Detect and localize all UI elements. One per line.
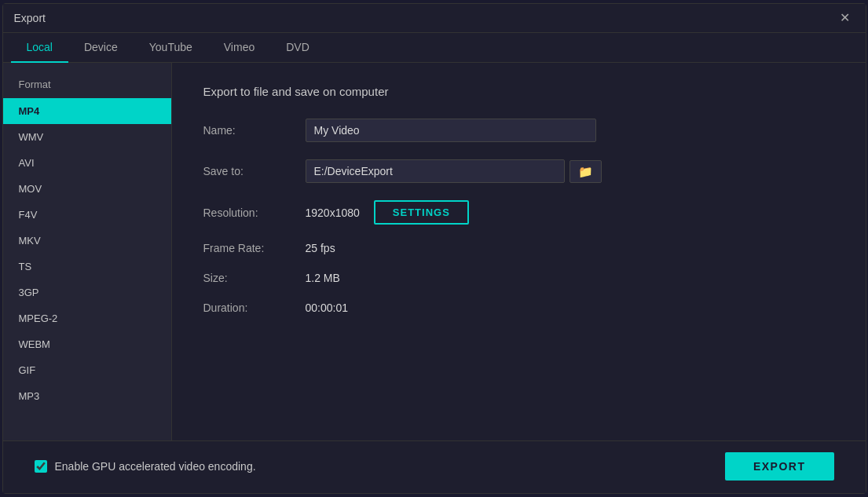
browse-folder-button[interactable]: 📁 [570, 160, 602, 183]
settings-button[interactable]: SETTINGS [374, 200, 469, 225]
sidebar-item-avi[interactable]: AVI [3, 150, 171, 176]
save-to-row: Save to: 📁 [203, 159, 834, 183]
gpu-checkbox[interactable] [35, 460, 47, 473]
size-row: Size: 1.2 MB [203, 272, 834, 284]
sidebar-item-mpeg2[interactable]: MPEG-2 [3, 305, 171, 331]
sidebar-item-webm[interactable]: WEBM [3, 331, 171, 357]
frame-rate-label: Frame Rate: [203, 242, 306, 254]
title-bar: Export ✕ [3, 4, 866, 33]
sidebar-item-gif[interactable]: GIF [3, 357, 171, 383]
sidebar-item-wmv[interactable]: WMV [3, 124, 171, 150]
resolution-value: 1920x1080 [306, 206, 360, 219]
duration-row: Duration: 00:00:01 [203, 301, 834, 314]
tab-vimeo[interactable]: Vimeo [208, 33, 270, 63]
tab-bar: Local Device YouTube Vimeo DVD [3, 33, 866, 63]
content-area: Format MP4 WMV AVI MOV F4V MKV TS 3GP MP… [3, 63, 866, 440]
sidebar-item-ts[interactable]: TS [3, 254, 171, 280]
export-button[interactable]: EXPORT [725, 452, 834, 481]
footer: Enable GPU accelerated video encoding. E… [3, 440, 866, 493]
resolution-label: Resolution: [203, 206, 306, 219]
sidebar-item-3gp[interactable]: 3GP [3, 280, 171, 305]
main-panel: Export to file and save on computer Name… [172, 63, 866, 440]
frame-rate-value: 25 fps [306, 242, 335, 254]
tab-local[interactable]: Local [11, 33, 68, 63]
tab-dvd[interactable]: DVD [270, 33, 325, 63]
save-to-wrapper: 📁 [306, 159, 602, 183]
sidebar-item-f4v[interactable]: F4V [3, 202, 171, 228]
sidebar-item-mp3[interactable]: MP3 [3, 383, 171, 409]
sidebar-item-mp4[interactable]: MP4 [3, 98, 171, 124]
export-dialog: Export ✕ Local Device YouTube Vimeo DVD … [2, 3, 866, 494]
gpu-label[interactable]: Enable GPU accelerated video encoding. [35, 460, 256, 473]
name-label: Name: [203, 124, 306, 137]
size-value: 1.2 MB [306, 272, 340, 284]
resolution-row: Resolution: 1920x1080 SETTINGS [203, 200, 834, 225]
close-button[interactable]: ✕ [835, 10, 855, 26]
sidebar-item-mkv[interactable]: MKV [3, 228, 171, 254]
dialog-title: Export [14, 12, 46, 24]
section-title: Export to file and save on computer [203, 85, 834, 98]
sidebar-title: Format [3, 74, 171, 98]
size-label: Size: [203, 272, 306, 284]
gpu-label-text: Enable GPU accelerated video encoding. [55, 460, 256, 473]
sidebar-item-mov[interactable]: MOV [3, 176, 171, 202]
save-to-input[interactable] [306, 159, 565, 183]
duration-label: Duration: [203, 301, 306, 314]
format-sidebar: Format MP4 WMV AVI MOV F4V MKV TS 3GP MP… [3, 63, 172, 440]
resolution-values: 1920x1080 SETTINGS [306, 200, 469, 225]
tab-youtube[interactable]: YouTube [134, 33, 208, 63]
save-to-label: Save to: [203, 165, 306, 177]
name-row: Name: [203, 119, 834, 142]
duration-value: 00:00:01 [306, 301, 349, 314]
frame-rate-row: Frame Rate: 25 fps [203, 242, 834, 254]
name-input[interactable] [306, 119, 596, 142]
tab-device[interactable]: Device [68, 33, 134, 63]
